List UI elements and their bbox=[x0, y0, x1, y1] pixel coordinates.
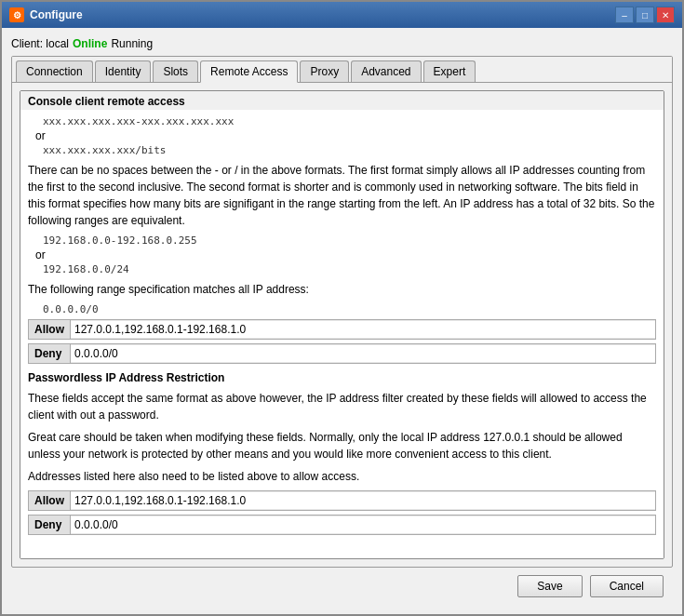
cancel-button[interactable]: Cancel bbox=[590, 575, 664, 597]
tab-expert[interactable]: Expert bbox=[423, 60, 476, 82]
tab-bar: Connection Identity Slots Remote Access … bbox=[12, 57, 672, 83]
title-bar-controls: – □ ✕ bbox=[615, 7, 675, 23]
maximize-button[interactable]: □ bbox=[636, 7, 654, 23]
deny-label: Deny bbox=[29, 344, 71, 363]
tab-advanced[interactable]: Advanced bbox=[351, 60, 421, 82]
or2-text: or bbox=[35, 248, 656, 261]
minimize-button[interactable]: – bbox=[615, 7, 634, 23]
tab-remote-access[interactable]: Remote Access bbox=[200, 60, 298, 83]
tab-connection[interactable]: Connection bbox=[16, 60, 93, 82]
passwordless-deny-label: Deny bbox=[29, 516, 71, 534]
scrollable-area[interactable]: xxx.xxx.xxx.xxx-xxx.xxx.xxx.xxx or xxx.x… bbox=[20, 110, 664, 558]
console-remote-access-group: Console client remote access xxx.xxx.xxx… bbox=[20, 90, 664, 559]
description2-text: The following range specification matche… bbox=[28, 281, 656, 298]
configure-window: ⚙ Configure – □ ✕ Client: local Online R… bbox=[0, 0, 684, 616]
passwordless-desc2: Great care should be taken when modifyin… bbox=[28, 429, 656, 462]
description1-text: There can be no spaces between the - or … bbox=[28, 162, 656, 229]
window-title: Configure bbox=[30, 8, 83, 21]
client-status: Online bbox=[73, 37, 107, 50]
deny-row: Deny bbox=[28, 343, 656, 364]
example1-text: 192.168.0.0-192.168.0.255 bbox=[43, 234, 656, 247]
console-remote-access-title: Console client remote access bbox=[20, 91, 664, 110]
allow-label: Allow bbox=[29, 320, 71, 339]
example3-text: 0.0.0.0/0 bbox=[43, 303, 656, 315]
app-icon: ⚙ bbox=[9, 7, 24, 22]
window-content: Client: local Online Running Connection … bbox=[2, 28, 682, 614]
client-state: Running bbox=[111, 37, 153, 50]
deny-input[interactable] bbox=[71, 345, 655, 362]
bottom-buttons: Save Cancel bbox=[11, 568, 673, 605]
client-text: Client: local bbox=[11, 37, 69, 50]
passwordless-allow-row: Allow bbox=[28, 490, 656, 511]
passwordless-deny-input[interactable] bbox=[71, 516, 655, 533]
tab-slots[interactable]: Slots bbox=[153, 60, 198, 82]
passwordless-deny-row: Deny bbox=[28, 515, 656, 535]
allow-row: Allow bbox=[28, 319, 656, 340]
format1-text: xxx.xxx.xxx.xxx-xxx.xxx.xxx.xxx bbox=[43, 115, 656, 127]
save-button[interactable]: Save bbox=[517, 575, 582, 597]
passwordless-desc1: These fields accept the same format as a… bbox=[28, 390, 656, 423]
allow-input[interactable] bbox=[71, 321, 655, 338]
passwordless-allow-label: Allow bbox=[29, 491, 71, 510]
tab-identity[interactable]: Identity bbox=[95, 60, 152, 82]
main-groupbox: Connection Identity Slots Remote Access … bbox=[11, 56, 673, 568]
format2-text: xxx.xxx.xxx.xxx/bits bbox=[43, 144, 656, 156]
title-bar-left: ⚙ Configure bbox=[9, 7, 83, 22]
example2-text: 192.168.0.0/24 bbox=[43, 263, 656, 275]
tab-proxy[interactable]: Proxy bbox=[300, 60, 349, 82]
passwordless-allow-input[interactable] bbox=[71, 492, 655, 509]
passwordless-title: Passwordless IP Address Restriction bbox=[28, 371, 656, 384]
client-label: Client: local Online Running bbox=[11, 37, 673, 50]
passwordless-desc3: Addresses listed here also need to be li… bbox=[28, 468, 656, 485]
title-bar: ⚙ Configure – □ ✕ bbox=[2, 2, 682, 28]
close-button[interactable]: ✕ bbox=[656, 7, 675, 23]
or1-text: or bbox=[35, 129, 656, 142]
tab-content-remote-access: Console client remote access xxx.xxx.xxx… bbox=[12, 83, 672, 567]
